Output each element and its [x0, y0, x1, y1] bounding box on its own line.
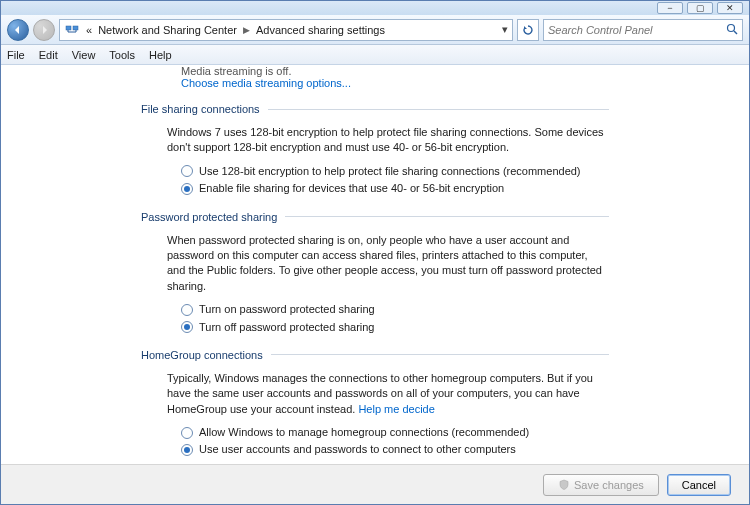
menu-file[interactable]: File	[7, 49, 25, 61]
radio-icon	[181, 165, 193, 177]
network-icon	[64, 22, 80, 38]
fsc-description: Windows 7 uses 128-bit encryption to hel…	[167, 125, 609, 156]
menu-tools[interactable]: Tools	[109, 49, 135, 61]
address-bar[interactable]: « Network and Sharing Center ▶ Advanced …	[59, 19, 513, 41]
divider	[271, 354, 609, 355]
maximize-button[interactable]: ▢	[687, 2, 713, 14]
chevron-right-icon: ▶	[243, 25, 250, 35]
radio-icon	[181, 321, 193, 333]
footer-bar: Save changes Cancel	[1, 464, 749, 504]
radio-label: Use user accounts and passwords to conne…	[199, 442, 516, 457]
help-me-decide-link[interactable]: Help me decide	[358, 403, 434, 415]
media-streaming-status: Media streaming is off.	[181, 65, 609, 77]
shield-icon	[558, 479, 570, 491]
search-box[interactable]	[543, 19, 743, 41]
hg-description: Typically, Windows manages the connectio…	[167, 371, 609, 417]
radio-pps-on[interactable]: Turn on password protected sharing	[181, 302, 609, 317]
breadcrumb-item-network-sharing[interactable]: Network and Sharing Center	[98, 24, 237, 36]
section-title: HomeGroup connections	[141, 349, 263, 361]
radio-hg-windows-manage[interactable]: Allow Windows to manage homegroup connec…	[181, 425, 609, 440]
radio-icon	[181, 183, 193, 195]
svg-point-2	[728, 24, 735, 31]
control-panel-window: − ▢ ✕ « Network and Sharing Center ▶ Adv…	[0, 0, 750, 505]
svg-line-3	[734, 31, 737, 34]
radio-label: Allow Windows to manage homegroup connec…	[199, 425, 529, 440]
radio-icon	[181, 304, 193, 316]
cancel-button[interactable]: Cancel	[667, 474, 731, 496]
radio-label: Turn off password protected sharing	[199, 320, 374, 335]
radio-label: Turn on password protected sharing	[199, 302, 375, 317]
breadcrumb-item-advanced-sharing[interactable]: Advanced sharing settings	[256, 24, 385, 36]
section-homegroup-connections: HomeGroup connections	[141, 349, 609, 361]
svg-rect-1	[73, 26, 78, 30]
media-streaming-options-link[interactable]: Choose media streaming options...	[181, 77, 351, 89]
section-file-sharing-connections: File sharing connections	[141, 103, 609, 115]
section-password-protected-sharing: Password protected sharing	[141, 211, 609, 223]
radio-label: Use 128-bit encryption to help protect f…	[199, 164, 581, 179]
radio-40-56bit-encryption[interactable]: Enable file sharing for devices that use…	[181, 181, 609, 196]
refresh-button[interactable]	[517, 19, 539, 41]
svg-rect-0	[66, 26, 71, 30]
menu-bar: File Edit View Tools Help	[1, 45, 749, 65]
menu-view[interactable]: View	[72, 49, 96, 61]
back-button[interactable]	[7, 19, 29, 41]
minimize-button[interactable]: −	[657, 2, 683, 14]
radio-label: Enable file sharing for devices that use…	[199, 181, 504, 196]
breadcrumb-prefix[interactable]: «	[86, 24, 92, 36]
radio-icon	[181, 444, 193, 456]
save-label: Save changes	[574, 479, 644, 491]
close-button[interactable]: ✕	[717, 2, 743, 14]
address-dropdown-icon[interactable]: ▾	[502, 23, 508, 36]
section-title: Password protected sharing	[141, 211, 277, 223]
forward-button[interactable]	[33, 19, 55, 41]
search-input[interactable]	[548, 24, 726, 36]
pps-description: When password protected sharing is on, o…	[167, 233, 609, 295]
section-title: File sharing connections	[141, 103, 260, 115]
navigation-bar: « Network and Sharing Center ▶ Advanced …	[1, 15, 749, 45]
search-icon[interactable]	[726, 23, 738, 37]
divider	[268, 109, 609, 110]
radio-hg-user-accounts[interactable]: Use user accounts and passwords to conne…	[181, 442, 609, 457]
radio-128bit-encryption[interactable]: Use 128-bit encryption to help protect f…	[181, 164, 609, 179]
menu-edit[interactable]: Edit	[39, 49, 58, 61]
menu-help[interactable]: Help	[149, 49, 172, 61]
radio-icon	[181, 427, 193, 439]
content-area: Media streaming is off. Choose media str…	[1, 65, 749, 464]
divider	[285, 216, 609, 217]
cancel-label: Cancel	[682, 479, 716, 491]
radio-pps-off[interactable]: Turn off password protected sharing	[181, 320, 609, 335]
window-titlebar: − ▢ ✕	[1, 1, 749, 15]
save-changes-button[interactable]: Save changes	[543, 474, 659, 496]
